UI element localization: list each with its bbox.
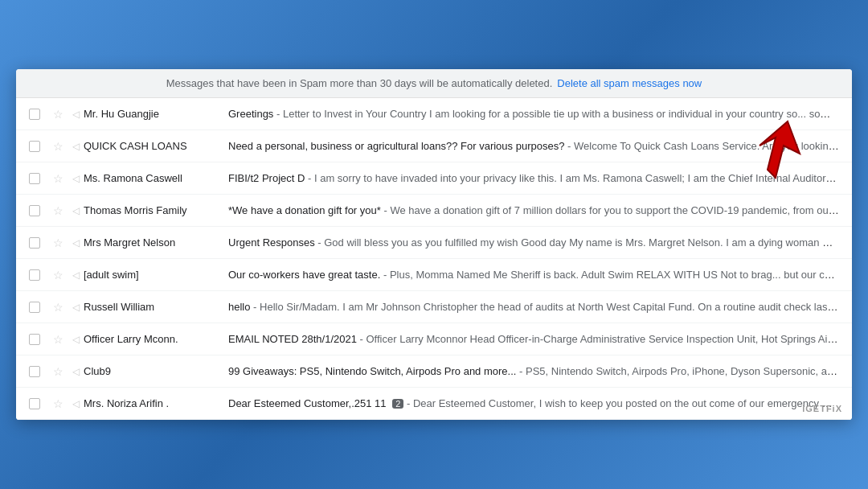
email-subject: *We have a donation gift for you* [228, 204, 381, 216]
email-row[interactable]: ☆ ◁ Mr. Hu Guangjie Greetings - Letter t… [16, 98, 852, 130]
email-checkbox[interactable] [29, 398, 40, 409]
email-content: 99 Giveaways: PS5, Nintendo Switch, Airp… [228, 365, 839, 377]
star-icon[interactable]: ☆ [48, 108, 68, 121]
email-subject: Dear Esteemed Customer,.251 11 [228, 397, 387, 409]
email-sender: QUICK CASH LOANS [84, 140, 228, 152]
email-sender: Club9 [84, 365, 228, 377]
email-sender: Mrs Margret Nelson [84, 236, 228, 249]
email-checkbox[interactable] [29, 109, 40, 120]
email-checkbox-col [29, 141, 48, 152]
spam-bar-message: Messages that have been in Spam more tha… [166, 77, 553, 89]
email-checkbox-col [29, 366, 48, 377]
email-sender: Ms. Ramona Caswell [84, 172, 228, 184]
important-icon[interactable]: ◁ [68, 269, 84, 281]
important-icon[interactable]: ◁ [68, 334, 84, 345]
star-icon[interactable]: ☆ [48, 204, 68, 217]
email-content: Our co-workers have great taste. - Plus,… [228, 269, 839, 281]
email-checkbox-col [29, 173, 48, 184]
important-icon[interactable]: ◁ [68, 302, 84, 313]
email-row[interactable]: ☆ ◁ Officer Larry Mconn. EMAIL NOTED 28t… [16, 323, 852, 355]
email-snippet: - We have a donation gift of 7 million d… [383, 204, 839, 216]
email-sender: Officer Larry Mconn. [84, 333, 228, 345]
email-checkbox[interactable] [29, 334, 40, 345]
email-row[interactable]: ☆ ◁ [adult swim] Our co-workers have gre… [16, 259, 852, 291]
email-row[interactable]: ☆ ◁ Mrs Margret Nelson Urgent Responses … [16, 227, 852, 259]
email-checkbox[interactable] [29, 237, 40, 249]
email-checkbox[interactable] [29, 141, 40, 152]
email-checkbox-col [29, 302, 48, 313]
email-badge: 2 [392, 399, 403, 409]
email-snippet: - PS5, Nintendo Switch, Airpods Pro, iPh… [519, 365, 839, 377]
email-sender: Russell William [84, 301, 228, 313]
email-row[interactable]: ☆ ◁ Mrs. Noriza Arifin . Dear Esteemed C… [16, 388, 852, 420]
star-icon[interactable]: ☆ [48, 269, 68, 281]
gmail-panel: Messages that have been in Spam more tha… [16, 69, 852, 420]
email-content: EMAIL NOTED 28th/1/2021 - Officer Larry … [228, 333, 839, 345]
delete-spam-link[interactable]: Delete all spam messages now [557, 77, 702, 89]
important-icon[interactable]: ◁ [68, 109, 84, 120]
email-checkbox-col [29, 334, 48, 345]
star-icon[interactable]: ☆ [48, 236, 68, 249]
email-snippet: - I am sorry to have invaded into your p… [308, 172, 839, 184]
email-checkbox[interactable] [29, 366, 40, 377]
important-icon[interactable]: ◁ [68, 366, 84, 377]
important-icon[interactable]: ◁ [68, 237, 84, 249]
email-content: Need a personal, business or agricultura… [228, 140, 839, 152]
spam-bar: Messages that have been in Spam more tha… [16, 69, 852, 98]
email-row[interactable]: ☆ ◁ Club9 99 Giveaways: PS5, Nintendo Sw… [16, 355, 852, 388]
email-snippet: - Officer Larry Mconnor Head Officer-in-… [360, 333, 839, 345]
email-subject: 99 Giveaways: PS5, Nintendo Switch, Airp… [228, 365, 516, 377]
email-subject: hello [228, 301, 250, 313]
email-subject: Our co-workers have great taste. [228, 269, 380, 281]
email-content: Urgent Responses - God will bless you as… [228, 236, 839, 249]
email-subject: EMAIL NOTED 28th/1/2021 [228, 333, 357, 345]
email-checkbox[interactable] [29, 205, 40, 216]
star-icon[interactable]: ☆ [48, 397, 68, 410]
email-snippet: - God will bless you as you fulfilled my… [317, 236, 839, 249]
star-icon[interactable]: ☆ [48, 172, 68, 185]
email-subject: FIBI/t2 Project D [228, 172, 305, 184]
email-list: ☆ ◁ Mr. Hu Guangjie Greetings - Letter t… [16, 98, 852, 420]
star-icon[interactable]: ☆ [48, 301, 68, 314]
email-row[interactable]: ☆ ◁ Russell William hello - Hello Sir/Ma… [16, 291, 852, 323]
important-icon[interactable]: ◁ [68, 141, 84, 152]
email-subject: Urgent Responses [228, 236, 315, 249]
email-content: FIBI/t2 Project D - I am sorry to have i… [228, 172, 839, 184]
watermark: iGETFiX [802, 404, 842, 413]
email-checkbox-col [29, 237, 48, 249]
email-sender: [adult swim] [84, 269, 228, 281]
email-row[interactable]: ☆ ◁ Thomas Morris Family *We have a dona… [16, 195, 852, 227]
email-sender: Thomas Morris Family [84, 204, 228, 216]
email-checkbox-col [29, 269, 48, 281]
email-subject: Greetings [228, 108, 273, 120]
star-icon[interactable]: ☆ [48, 140, 68, 153]
email-row[interactable]: ☆ ◁ Ms. Ramona Caswell FIBI/t2 Project D… [16, 162, 852, 195]
email-content: Dear Esteemed Customer,.251 11 2 - Dear … [228, 397, 839, 409]
email-sender: Mr. Hu Guangjie [84, 108, 228, 120]
email-checkbox-col [29, 205, 48, 216]
important-icon[interactable]: ◁ [68, 173, 84, 184]
email-checkbox-col [29, 109, 48, 120]
email-checkbox[interactable] [29, 173, 40, 184]
email-checkbox[interactable] [29, 269, 40, 281]
email-snippet: - Welcome To Quick Cash Loans Service. A… [567, 140, 839, 152]
email-row[interactable]: ☆ ◁ QUICK CASH LOANS Need a personal, bu… [16, 130, 852, 162]
email-snippet: - Plus, Momma Named Me Sheriff is back. … [383, 269, 839, 281]
email-content: Greetings - Letter to Invest in Your Cou… [228, 108, 839, 120]
email-content: *We have a donation gift for you* - We h… [228, 204, 839, 216]
email-checkbox[interactable] [29, 302, 40, 313]
email-sender: Mrs. Noriza Arifin . [84, 397, 228, 409]
email-subject: Need a personal, business or agricultura… [228, 140, 564, 152]
important-icon[interactable]: ◁ [68, 398, 84, 409]
important-icon[interactable]: ◁ [68, 205, 84, 216]
email-checkbox-col [29, 398, 48, 409]
email-snippet: - Hello Sir/Madam. I am Mr Johnson Chris… [253, 301, 839, 313]
email-snippet: - Dear Esteemed Customer, I wish to keep… [407, 397, 839, 409]
email-content: hello - Hello Sir/Madam. I am Mr Johnson… [228, 301, 839, 313]
star-icon[interactable]: ☆ [48, 333, 68, 346]
star-icon[interactable]: ☆ [48, 365, 68, 378]
email-snippet: - Letter to Invest in Your Country I am … [276, 108, 839, 120]
